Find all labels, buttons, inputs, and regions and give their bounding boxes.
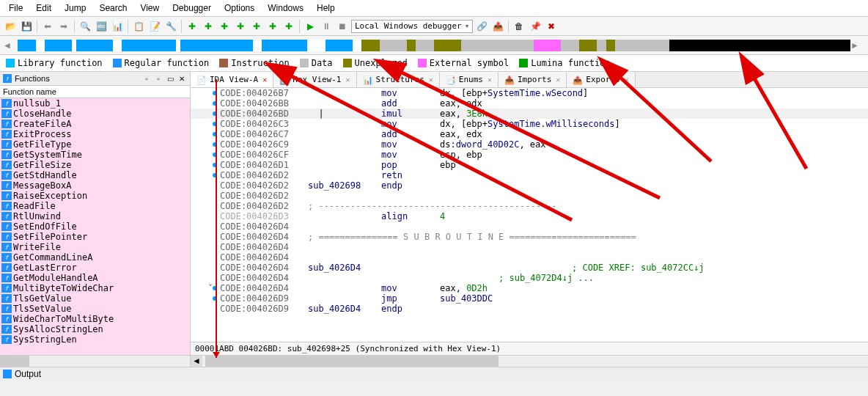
disasm-line[interactable]: CODE:004026BBaddeax, edx [191, 98, 868, 109]
add-icon[interactable]: ✚ [282, 19, 296, 34]
panel-min-icon[interactable]: ▭ [165, 73, 175, 84]
menu-jump[interactable]: Jump [59, 1, 92, 15]
tab-ida-view-a[interactable]: 📄IDA View-A✕ [191, 72, 273, 87]
tool-icon[interactable]: 📌 [528, 19, 542, 34]
menu-view[interactable]: View [134, 1, 165, 15]
function-row[interactable]: fMultiByteToWideChar [0, 283, 190, 293]
disasm-line[interactable]: CODE:004026D2sub_402698endp [191, 180, 868, 191]
disasm-line[interactable]: CODE:004026D4sub_4026D4; CODE XREF: sub_… [191, 263, 868, 273]
tab-imports[interactable]: 📥Imports✕ [499, 72, 567, 87]
disasm-line[interactable]: CODE:004026D2retn [191, 170, 868, 180]
back-icon[interactable]: ⬅ [40, 19, 55, 34]
pause-icon[interactable]: ⏸ [319, 19, 334, 34]
nav-left-icon[interactable]: ◄ [3, 40, 18, 51]
menu-help[interactable]: Help [311, 1, 341, 15]
function-row[interactable]: fGetFileType [0, 139, 190, 150]
disasm-line[interactable]: ˅CODE:004026D4moveax, 0D2h [191, 283, 868, 293]
function-row[interactable]: fReadFile [0, 201, 190, 211]
function-row[interactable]: fExitProcess [0, 129, 190, 139]
debugger-selector[interactable]: Local Windows debugger ▾ [351, 20, 473, 33]
function-row[interactable]: fSetEndOfFile [0, 221, 190, 232]
tool-icon[interactable]: 🔤 [94, 19, 108, 34]
disasm-line[interactable]: CODE:004026D4 [191, 252, 868, 263]
function-row[interactable]: fGetStdHandle [0, 170, 190, 180]
close-icon[interactable]: ✖ [544, 19, 559, 34]
tab-structures[interactable]: 📊Structures✕ [357, 72, 440, 87]
disasm-line[interactable]: CODE:004026C7addeax, edx [191, 129, 868, 139]
disasm-line[interactable]: CODE:004026D4 [191, 221, 868, 232]
disasm-line[interactable]: CODE:004026C3movdx, [ebp+SystemTime.wMil… [191, 119, 868, 129]
disasm-line[interactable]: CODE:004026D9sub_4026D4endp [191, 304, 868, 314]
navigation-strip[interactable] [18, 40, 850, 51]
open-icon[interactable]: 📂 [3, 19, 18, 34]
function-row[interactable]: fTlsGetValue [0, 293, 190, 304]
horizontal-scrollbar[interactable] [0, 355, 190, 367]
disasm-line[interactable]: CODE:004026D2; -------------------------… [191, 201, 868, 211]
function-row[interactable]: fGetLastError [0, 263, 190, 273]
save-icon[interactable]: 💾 [19, 19, 34, 34]
disasm-line[interactable]: CODE:004026D9jmpsub_403DDC [191, 293, 868, 304]
disasm-line[interactable]: CODE:004026D2 [191, 191, 868, 201]
tool-icon[interactable]: 🔧 [163, 19, 178, 34]
panel-close-icon[interactable]: ✕ [177, 73, 187, 84]
tool-icon[interactable]: 🔍 [78, 19, 92, 34]
add-icon[interactable]: ✚ [217, 19, 232, 34]
disasm-line[interactable]: CODE:004026D4 [191, 242, 868, 252]
function-row[interactable]: fMessageBoxA [0, 180, 190, 191]
run-icon[interactable]: ▶ [303, 19, 317, 34]
tool-icon[interactable]: 🔗 [474, 19, 489, 34]
menu-debugger[interactable]: Debugger [166, 1, 217, 15]
menu-edit[interactable]: Edit [30, 1, 57, 15]
function-row[interactable]: fRaiseException [0, 191, 190, 201]
disasm-line[interactable]: CODE:004026B7movdx, [ebp+SystemTime.wSec… [191, 88, 868, 98]
function-row[interactable]: fCloseHandle [0, 109, 190, 119]
function-row[interactable]: fnullsub_1 [0, 98, 190, 109]
add-icon[interactable]: ✚ [265, 19, 280, 34]
add-icon[interactable]: ✚ [249, 19, 264, 34]
main-toolbar: 📂 💾 ⬅ ➡ 🔍 🔤 📊 📋 📝 🔧 ✚ ✚ ✚ ✚ ✚ ✚ ✚ ▶ ⏸ ⏹ … [0, 17, 868, 36]
tab-hex-view-1[interactable]: 🔢Hex View-1✕ [273, 72, 356, 87]
panel-float-icon[interactable]: ▫ [153, 73, 163, 84]
disassembly-view[interactable]: CODE:004026B7movdx, [ebp+SystemTime.wSec… [191, 88, 868, 342]
function-row[interactable]: fGetModuleHandleA [0, 273, 190, 283]
column-header[interactable]: Function name [0, 86, 190, 98]
menu-options[interactable]: Options [218, 1, 260, 15]
menu-windows[interactable]: Windows [262, 1, 309, 15]
disasm-line[interactable]: CODE:004026CFmovesp, ebp [191, 150, 868, 160]
function-row[interactable]: fWideCharToMultiByte [0, 314, 190, 324]
function-row[interactable]: fCreateFileA [0, 119, 190, 129]
tool-icon[interactable]: 📤 [490, 19, 505, 34]
stop-icon[interactable]: ⏹ [335, 19, 350, 34]
disasm-line[interactable]: CODE:004026C9movds:dword_40D02C, eax [191, 139, 868, 150]
add-icon[interactable]: ✚ [233, 19, 248, 34]
tool-icon[interactable]: 📝 [147, 19, 162, 34]
tool-icon[interactable]: 📊 [110, 19, 125, 34]
menu-search[interactable]: Search [93, 1, 133, 15]
panel-menu-icon[interactable]: ▫ [141, 73, 152, 84]
tool-icon[interactable]: 📋 [131, 19, 146, 34]
disasm-line[interactable]: CODE:004026D3align4 [191, 211, 868, 221]
function-row[interactable]: fRtlUnwind [0, 211, 190, 221]
tool-icon[interactable]: 🗑 [512, 19, 526, 34]
fwd-icon[interactable]: ➡ [56, 19, 71, 34]
function-list[interactable]: fnullsub_1fCloseHandlefCreateFileAfExitP… [0, 98, 190, 355]
function-row[interactable]: fGetCommandLineA [0, 252, 190, 263]
function-row[interactable]: fSysAllocStringLen [0, 324, 190, 334]
function-row[interactable]: fWriteFile [0, 242, 190, 252]
tab-enums[interactable]: 📑Enums✕ [440, 72, 499, 87]
disasm-line[interactable]: CODE:004026D4; sub_4072D4↓j ... [191, 273, 868, 283]
function-row[interactable]: fTlsSetValue [0, 304, 190, 314]
menu-file[interactable]: File [3, 1, 29, 15]
disasm-line[interactable]: CODE:004026D1popebp [191, 160, 868, 170]
function-row[interactable]: fSetFilePointer [0, 232, 190, 242]
function-row[interactable]: fGetSystemTime [0, 150, 190, 160]
horizontal-scrollbar[interactable]: ◄ [191, 355, 868, 367]
function-row[interactable]: fSysStringLen [0, 334, 190, 345]
disasm-line[interactable]: CODE:004026D4; =============== S U B R O… [191, 232, 868, 242]
nav-right-icon[interactable]: ► [850, 40, 865, 51]
add-icon[interactable]: ✚ [185, 19, 199, 34]
tab-exports[interactable]: 📤Exports✕ [567, 72, 635, 87]
function-row[interactable]: fGetFileSize [0, 160, 190, 170]
add-icon[interactable]: ✚ [201, 19, 216, 34]
disasm-line[interactable]: CODE:004026BD |imuleax, 3E8h [191, 109, 868, 119]
